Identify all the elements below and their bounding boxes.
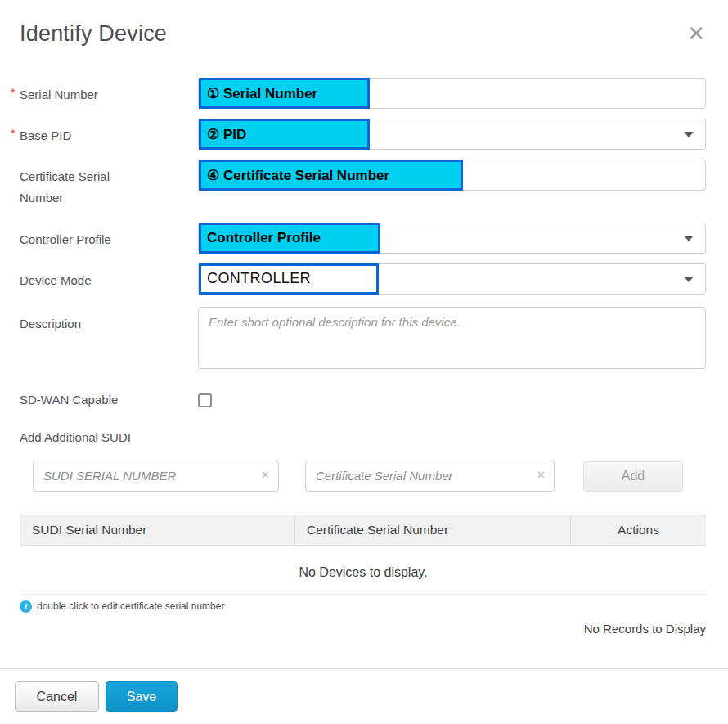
serial-number-label: Serial Number (20, 84, 98, 106)
sudi-table-header: SUDI Serial Number Certificate Serial Nu… (20, 515, 706, 546)
required-asterisk: * (11, 126, 16, 140)
sudi-serial-input[interactable] (33, 461, 279, 492)
controller-profile-field: Controller Profile (198, 223, 706, 254)
certificate-serial-row: Certificate Serial Number ④ Certificate … (20, 160, 706, 209)
page-title: Identify Device (20, 21, 167, 47)
base-pid-annotation: ② PID (199, 119, 370, 150)
column-header-sudi-serial-number: SUDI Serial Number (20, 515, 294, 545)
chevron-down-icon (684, 277, 694, 282)
device-mode-label: Device Mode (20, 270, 92, 291)
description-label-wrap: Description (20, 307, 198, 335)
base-pid-label: Base PID (20, 125, 71, 146)
description-row: Description (20, 307, 706, 372)
sdwan-capable-row: SD-WAN Capable (20, 390, 706, 411)
dialog-header: Identify Device ✕ (0, 0, 728, 47)
edit-hint-row: i double click to edit certificate seria… (0, 595, 728, 613)
base-pid-row: * Base PID ② PID (20, 119, 706, 150)
controller-profile-label: Controller Profile (20, 229, 111, 250)
save-button[interactable]: Save (106, 681, 178, 712)
certificate-serial-label-wrap: Certificate Serial Number (20, 160, 198, 209)
serial-number-field: ① Serial Number (198, 78, 706, 109)
device-mode-row: Device Mode CONTROLLER (20, 263, 706, 295)
cancel-button[interactable]: Cancel (15, 681, 99, 712)
info-icon: i (20, 600, 32, 613)
sdwan-capable-checkbox[interactable] (198, 393, 212, 407)
sudi-certificate-field: ✕ (305, 461, 555, 492)
device-mode-annotation: CONTROLLER (199, 263, 379, 295)
serial-number-row: * Serial Number ① Serial Number (20, 78, 706, 109)
sudi-certificate-input[interactable] (305, 461, 555, 492)
clear-icon[interactable]: ✕ (261, 470, 270, 480)
device-mode-field: CONTROLLER (198, 263, 706, 295)
clear-icon[interactable]: ✕ (537, 470, 546, 480)
identify-device-form: * Serial Number ① Serial Number * Base P… (0, 78, 728, 411)
serial-number-label-wrap: * Serial Number (20, 78, 198, 106)
controller-profile-label-wrap: Controller Profile (20, 223, 198, 250)
sdwan-capable-label: SD-WAN Capable (20, 392, 118, 408)
serial-number-annotation: ① Serial Number (199, 78, 370, 109)
add-button[interactable]: Add (583, 461, 683, 492)
required-asterisk: * (11, 85, 16, 99)
controller-profile-annotation: Controller Profile (199, 223, 380, 254)
base-pid-field: ② PID (198, 119, 706, 150)
certificate-serial-label: Certificate Serial Number (20, 166, 149, 209)
sudi-input-row: ✕ ✕ Add (0, 461, 728, 492)
close-icon[interactable]: ✕ (684, 21, 708, 46)
description-label: Description (20, 313, 81, 335)
edit-hint-text: double click to edit certificate serial … (37, 600, 224, 612)
certificate-serial-field: ④ Certificate Serial Number (198, 160, 706, 191)
add-additional-sudi-label: Add Additional SUDI (0, 430, 728, 444)
certificate-serial-annotation: ④ Certificate Serial Number (199, 160, 463, 191)
controller-profile-row: Controller Profile Controller Profile (20, 223, 706, 254)
chevron-down-icon (684, 132, 694, 137)
identify-device-dialog: Identify Device ✕ * Serial Number ① Seri… (0, 0, 728, 724)
description-textarea[interactable] (198, 307, 706, 369)
empty-table-message: No Devices to display. (20, 546, 706, 595)
sdwan-capable-field (198, 390, 706, 411)
base-pid-label-wrap: * Base PID (20, 119, 198, 146)
description-field (198, 307, 706, 372)
sdwan-capable-label-wrap: SD-WAN Capable (20, 390, 198, 408)
chevron-down-icon (684, 236, 694, 241)
column-header-certificate-serial-number: Certificate Serial Number (294, 515, 570, 545)
sudi-serial-field: ✕ (33, 461, 279, 492)
column-header-actions: Actions (570, 515, 706, 545)
no-records-text: No Records to Display (0, 613, 728, 636)
device-mode-label-wrap: Device Mode (20, 263, 198, 291)
dialog-footer: Cancel Save (0, 668, 728, 724)
